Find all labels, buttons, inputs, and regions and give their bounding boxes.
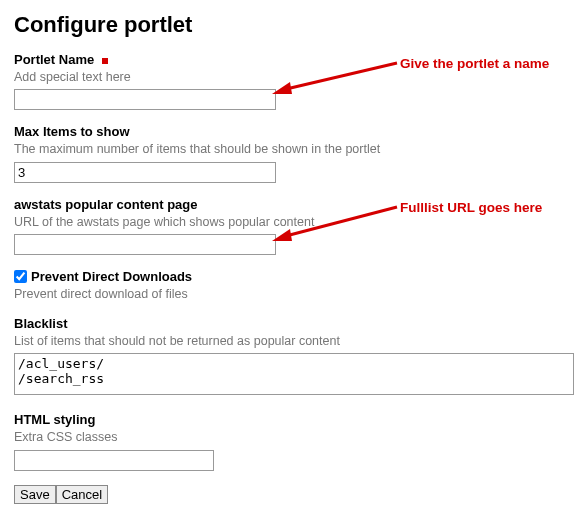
html-styling-input[interactable] [14, 450, 214, 471]
blacklist-help: List of items that should not be returne… [14, 333, 574, 349]
field-html-styling: HTML styling Extra CSS classes [14, 412, 574, 470]
max-items-label: Max Items to show [14, 124, 130, 139]
html-styling-help: Extra CSS classes [14, 429, 574, 445]
portlet-name-input[interactable] [14, 89, 276, 110]
save-button[interactable]: Save [14, 485, 56, 504]
button-bar: SaveCancel [14, 485, 574, 504]
awstats-page-label: awstats popular content page [14, 197, 197, 212]
field-prevent-downloads: Prevent Direct Downloads Prevent direct … [14, 269, 574, 302]
prevent-downloads-help: Prevent direct download of files [14, 286, 574, 302]
html-styling-label: HTML styling [14, 412, 95, 427]
annotation-name-text: Give the portlet a name [400, 56, 549, 71]
max-items-help: The maximum number of items that should … [14, 141, 574, 157]
portlet-name-label: Portlet Name [14, 52, 94, 67]
max-items-input[interactable] [14, 162, 276, 183]
cancel-button[interactable]: Cancel [56, 485, 108, 504]
required-marker-icon [102, 58, 108, 64]
blacklist-label: Blacklist [14, 316, 67, 331]
page-title: Configure portlet [14, 12, 574, 38]
prevent-downloads-checkbox[interactable] [14, 270, 27, 283]
awstats-page-help: URL of the awstats page which shows popu… [14, 214, 574, 230]
annotation-url-text: Fulllist URL goes here [400, 200, 542, 215]
field-max-items: Max Items to show The maximum number of … [14, 124, 574, 182]
prevent-downloads-label: Prevent Direct Downloads [31, 269, 192, 284]
field-blacklist: Blacklist List of items that should not … [14, 316, 574, 398]
awstats-page-input[interactable] [14, 234, 276, 255]
portlet-name-help: Add special text here [14, 69, 574, 85]
blacklist-textarea[interactable]: /acl_users/ /search_rss [14, 353, 574, 395]
